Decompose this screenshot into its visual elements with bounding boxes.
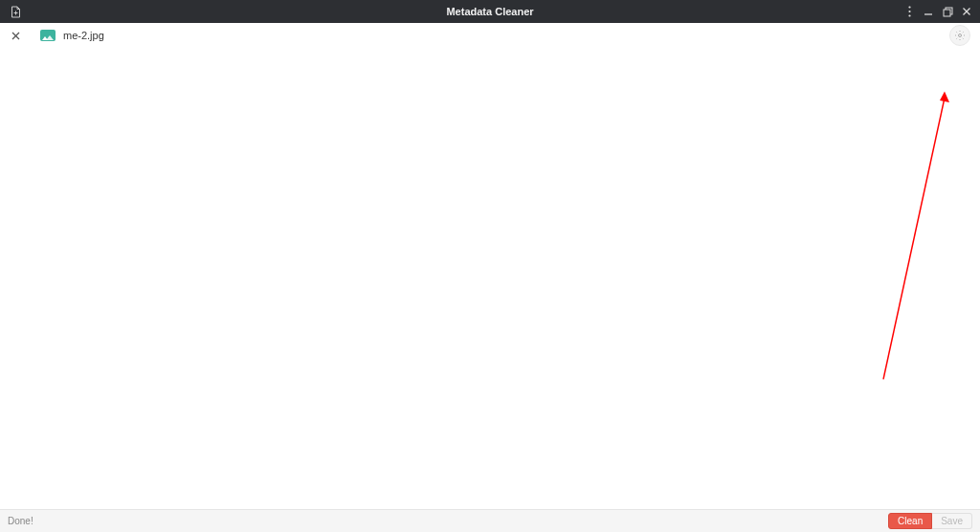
status-text: Done! bbox=[8, 516, 33, 526]
svg-rect-5 bbox=[944, 10, 950, 16]
new-file-icon[interactable] bbox=[6, 1, 25, 22]
maximize-button[interactable] bbox=[938, 1, 957, 22]
image-icon bbox=[40, 30, 56, 41]
svg-point-10 bbox=[959, 34, 962, 37]
window-title: Metadata Cleaner bbox=[446, 6, 533, 17]
menu-button[interactable] bbox=[900, 1, 919, 22]
titlebar: Metadata Cleaner bbox=[0, 0, 980, 23]
minimize-button[interactable] bbox=[919, 1, 938, 22]
svg-point-2 bbox=[908, 14, 910, 16]
file-name: me-2.jpg bbox=[63, 30, 104, 41]
annotation-arrow bbox=[0, 48, 980, 509]
svg-marker-12 bbox=[940, 92, 949, 102]
settings-button[interactable] bbox=[949, 25, 970, 46]
clean-button[interactable]: Clean bbox=[888, 513, 932, 529]
file-row: me-2.jpg bbox=[0, 23, 980, 48]
save-button: Save bbox=[932, 513, 972, 529]
status-bar: Done! Clean Save bbox=[0, 509, 980, 532]
svg-point-1 bbox=[908, 11, 910, 12]
close-window-button[interactable] bbox=[957, 1, 976, 22]
remove-file-button[interactable] bbox=[8, 28, 23, 43]
svg-point-0 bbox=[908, 6, 910, 8]
main-content-area bbox=[0, 48, 980, 509]
svg-line-11 bbox=[883, 98, 945, 379]
